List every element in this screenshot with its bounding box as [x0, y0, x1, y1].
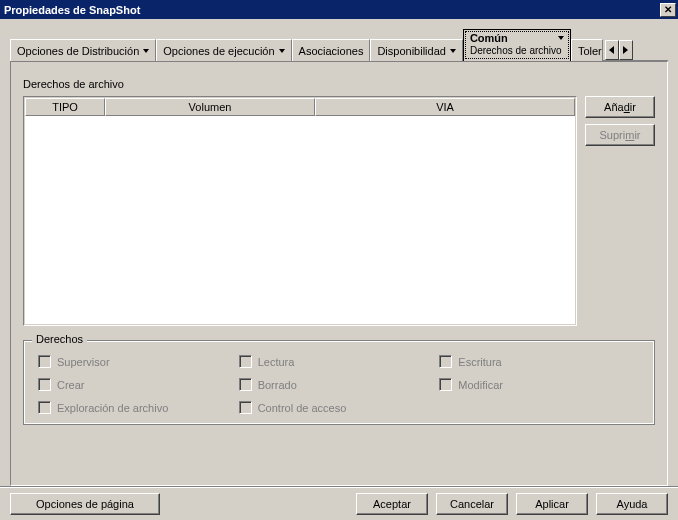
- checkbox-icon: [439, 355, 452, 368]
- column-header-volumen[interactable]: Volumen: [105, 98, 315, 116]
- tab-panel: Derechos de archivo TIPO Volumen VIA Aña…: [10, 61, 668, 486]
- chevron-down-icon: [450, 49, 456, 53]
- tab-distribution-options[interactable]: Opciones de Distribución: [10, 39, 156, 61]
- check-modificar: Modificar: [439, 378, 640, 391]
- window-title: Propiedades de SnapShot: [4, 4, 660, 16]
- check-supervisor: Supervisor: [38, 355, 239, 368]
- button-label: Cancelar: [450, 498, 494, 510]
- groupbox-legend: Derechos: [32, 333, 87, 345]
- page-options-button[interactable]: Opciones de página: [10, 493, 160, 515]
- tab-strip: Opciones de Distribución Opciones de eje…: [10, 29, 668, 61]
- checkbox-icon: [239, 355, 252, 368]
- tab-scroll-buttons: [605, 39, 633, 61]
- dialog-button-bar: Opciones de página Aceptar Cancelar Apli…: [0, 486, 678, 520]
- chevron-down-icon: [279, 49, 285, 53]
- tab-label: Asociaciones: [299, 45, 364, 57]
- titlebar: Propiedades de SnapShot ✕: [0, 0, 678, 19]
- checkbox-icon: [38, 401, 51, 414]
- tab-scroll-left[interactable]: [605, 40, 619, 60]
- check-escritura: Escritura: [439, 355, 640, 368]
- check-label: Exploración de archivo: [57, 402, 168, 414]
- cancel-button[interactable]: Cancelar: [436, 493, 508, 515]
- check-borrado: Borrado: [239, 378, 440, 391]
- tab-label: Común: [470, 32, 508, 44]
- check-label: Borrado: [258, 379, 297, 391]
- tab-label: Opciones de Distribución: [17, 45, 139, 57]
- rights-groupbox: Derechos Supervisor Lectura Escritura Cr…: [23, 340, 655, 425]
- button-label: Aceptar: [373, 498, 411, 510]
- close-button[interactable]: ✕: [660, 3, 676, 17]
- tab-label: Disponibilidad: [377, 45, 446, 57]
- check-label: Escritura: [458, 356, 501, 368]
- tab-execution-options[interactable]: Opciones de ejecución: [156, 39, 291, 61]
- tab-tolerance[interactable]: Tolera: [571, 39, 603, 61]
- tab-common[interactable]: Común Derechos de archivo: [463, 29, 571, 61]
- chevron-down-icon: [143, 49, 149, 53]
- rights-grid: Supervisor Lectura Escritura Crear Borra…: [38, 355, 640, 414]
- button-label: Aplicar: [535, 498, 569, 510]
- help-button[interactable]: Ayuda: [596, 493, 668, 515]
- column-header-tipo[interactable]: TIPO: [25, 98, 105, 116]
- checkbox-icon: [239, 401, 252, 414]
- button-label: Opciones de página: [36, 498, 134, 510]
- check-label: Supervisor: [57, 356, 110, 368]
- tab-sublabel: Derechos de archivo: [470, 45, 564, 56]
- triangle-right-icon: [623, 46, 628, 54]
- file-rights-table: TIPO Volumen VIA: [23, 96, 577, 326]
- client-area: Opciones de Distribución Opciones de eje…: [0, 19, 678, 486]
- check-exploracion: Exploración de archivo: [38, 401, 239, 414]
- tab-associations[interactable]: Asociaciones: [292, 39, 371, 61]
- checkbox-icon: [38, 378, 51, 391]
- file-rights-area: TIPO Volumen VIA Añadir Suprimir: [23, 96, 655, 326]
- check-label: Modificar: [458, 379, 503, 391]
- column-header-via[interactable]: VIA: [315, 98, 575, 116]
- button-label: Ayuda: [617, 498, 648, 510]
- tab-scroll-right[interactable]: [619, 40, 633, 60]
- table-side-buttons: Añadir Suprimir: [585, 96, 655, 326]
- triangle-left-icon: [609, 46, 614, 54]
- check-label: Crear: [57, 379, 85, 391]
- check-label: Lectura: [258, 356, 295, 368]
- delete-button: Suprimir: [585, 124, 655, 146]
- check-control-acceso: Control de acceso: [239, 401, 440, 414]
- apply-button[interactable]: Aplicar: [516, 493, 588, 515]
- table-body[interactable]: [25, 116, 575, 324]
- check-crear: Crear: [38, 378, 239, 391]
- check-lectura: Lectura: [239, 355, 440, 368]
- ok-button[interactable]: Aceptar: [356, 493, 428, 515]
- section-label: Derechos de archivo: [23, 78, 655, 90]
- checkbox-icon: [38, 355, 51, 368]
- chevron-down-icon: [558, 36, 564, 40]
- tab-availability[interactable]: Disponibilidad: [370, 39, 463, 61]
- checkbox-icon: [439, 378, 452, 391]
- tab-label: Tolera: [578, 45, 603, 57]
- tab-label: Opciones de ejecución: [163, 45, 274, 57]
- table-header-row: TIPO Volumen VIA: [25, 98, 575, 116]
- check-label: Control de acceso: [258, 402, 347, 414]
- add-button[interactable]: Añadir: [585, 96, 655, 118]
- checkbox-icon: [239, 378, 252, 391]
